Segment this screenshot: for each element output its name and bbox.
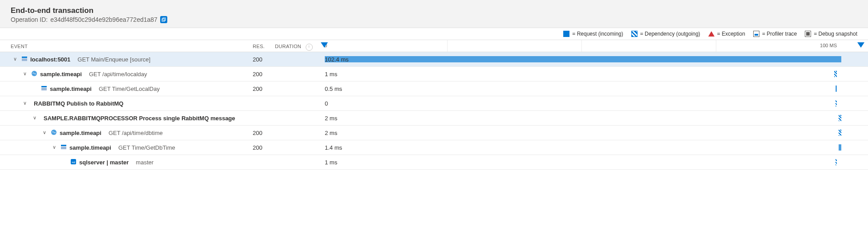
transaction-header: End-to-end transaction Operation ID: e34… bbox=[0, 0, 868, 28]
legend-exception: = Exception bbox=[708, 31, 745, 37]
tick-100ms: 100 MS bbox=[820, 43, 837, 48]
duration-bar bbox=[836, 86, 837, 92]
clock-icon[interactable] bbox=[306, 44, 313, 51]
snapshot-swatch-icon bbox=[805, 31, 811, 37]
event-cell[interactable]: ∨ sample.timeapiGET Time/GetDbTime bbox=[0, 140, 249, 155]
duration-text: 1.4 ms bbox=[325, 144, 342, 151]
duration-text: 2 ms bbox=[325, 115, 337, 122]
event-cell[interactable]: ∨ sample.timeapiGET /api/time/localday bbox=[0, 67, 249, 82]
trailing-cell bbox=[850, 67, 868, 82]
profiler-swatch-icon bbox=[753, 31, 759, 37]
operation-id-value: e34df48f50c29d4e92b96ea772ed1a87 bbox=[50, 16, 157, 23]
duration-label[interactable]: Duration bbox=[271, 40, 301, 52]
expand-toggle[interactable]: ∨ bbox=[13, 56, 19, 62]
event-name: SAMPLE.RABBITMQPROCESSOR Process single … bbox=[44, 115, 235, 122]
event-service: sample.timeapi bbox=[40, 71, 82, 78]
legend-snapshot: = Debug snapshot bbox=[805, 31, 857, 37]
column-header-duration: Duration 0 100 MS bbox=[271, 40, 850, 52]
svg-text:sql: sql bbox=[72, 161, 75, 163]
duration-bar bbox=[839, 130, 841, 136]
legend-exception-label: = Exception bbox=[717, 31, 745, 37]
request-icon bbox=[21, 56, 28, 63]
event-cell[interactable]: ∨ RABBITMQ Publish to RabbitMQ bbox=[0, 96, 249, 111]
timeline-cell: 0.5 ms bbox=[271, 82, 850, 96]
column-header-filter bbox=[850, 40, 868, 52]
expand-toggle[interactable]: ∨ bbox=[33, 115, 38, 121]
trailing-cell bbox=[850, 140, 868, 155]
res-cell: 200 bbox=[249, 82, 271, 96]
duration-text: 2 ms bbox=[325, 130, 337, 136]
request-icon bbox=[61, 144, 67, 151]
legend-profiler-label: = Profiler trace bbox=[762, 31, 797, 37]
trailing-cell bbox=[850, 82, 868, 96]
timeline-cell: 1 ms bbox=[271, 67, 850, 82]
legend-snapshot-label: = Debug snapshot bbox=[814, 31, 857, 37]
request-icon bbox=[41, 85, 47, 93]
res-cell: 200 bbox=[249, 52, 271, 67]
event-operation: GET Time/GetDbTime bbox=[118, 144, 175, 151]
duration-bar bbox=[834, 71, 837, 77]
operation-id-line: Operation ID: e34df48f50c29d4e92b96ea772… bbox=[11, 16, 857, 23]
dependency-icon bbox=[31, 70, 37, 78]
legend-request-label: = Request (incoming) bbox=[572, 31, 623, 37]
svg-rect-0 bbox=[162, 19, 165, 21]
request-swatch-icon bbox=[563, 31, 569, 37]
duration-text: 0 bbox=[325, 100, 328, 107]
event-service: sample.timeapi bbox=[69, 144, 111, 151]
timeline-cell: 2 ms bbox=[271, 111, 850, 126]
svg-rect-5 bbox=[41, 86, 47, 87]
duration-bar bbox=[325, 56, 841, 62]
expand-toggle[interactable]: ∨ bbox=[23, 100, 28, 106]
expand-toggle[interactable]: ∨ bbox=[43, 130, 48, 135]
legend-bar: = Request (incoming) = Dependency (outgo… bbox=[0, 28, 868, 40]
res-cell bbox=[249, 155, 271, 170]
event-name: RABBITMQ Publish to RabbitMQ bbox=[34, 100, 123, 107]
trailing-cell bbox=[850, 111, 868, 126]
duration-bar bbox=[836, 159, 837, 165]
duration-bar bbox=[839, 144, 841, 151]
event-cell[interactable]: ∨ sample.timeapiGET /api/time/dbtime bbox=[0, 126, 249, 140]
timeline-ruler: 0 100 MS bbox=[313, 40, 850, 52]
duration-bar bbox=[836, 100, 837, 106]
event-cell[interactable]: sample.timeapiGET Time/GetLocalDay bbox=[0, 82, 249, 96]
legend-dependency: = Dependency (outgoing) bbox=[631, 31, 700, 37]
svg-rect-8 bbox=[61, 145, 66, 146]
duration-text: 1 ms bbox=[325, 159, 337, 166]
legend-dependency-label: = Dependency (outgoing) bbox=[640, 31, 700, 37]
res-cell: 200 bbox=[249, 126, 271, 140]
svg-rect-6 bbox=[41, 88, 47, 90]
legend-profiler: = Profiler trace bbox=[753, 31, 797, 37]
event-cell[interactable]: sql sqlserver | mastermaster bbox=[0, 155, 249, 170]
svg-rect-3 bbox=[22, 58, 27, 61]
timeline-cell: 1.4 ms bbox=[271, 140, 850, 155]
column-header-event[interactable]: Event bbox=[0, 40, 249, 52]
legend-request: = Request (incoming) bbox=[563, 31, 623, 37]
res-cell: 200 bbox=[249, 140, 271, 155]
timeline-cell: 0 bbox=[271, 96, 850, 111]
event-cell[interactable]: ∨ SAMPLE.RABBITMQPROCESSOR Process singl… bbox=[0, 111, 249, 126]
copy-operation-id-icon[interactable] bbox=[160, 16, 167, 23]
duration-text: 102.4 ms bbox=[325, 56, 348, 63]
expand-toggle[interactable]: ∨ bbox=[23, 71, 28, 77]
event-service: localhost:5001 bbox=[30, 56, 70, 63]
timeline-cell: 102.4 ms bbox=[271, 52, 850, 67]
event-operation: GET /api/time/localday bbox=[89, 71, 147, 78]
expand-toggle[interactable]: ∨ bbox=[52, 144, 58, 150]
event-operation: GET Time/GetLocalDay bbox=[99, 86, 160, 92]
trailing-cell bbox=[850, 155, 868, 170]
trace-grid: Event Res. Duration 0 100 MS ∨ localhost… bbox=[0, 40, 868, 170]
sql-icon: sql bbox=[70, 159, 77, 166]
event-cell[interactable]: ∨ localhost:5001GET Main/Enqueue [source… bbox=[0, 52, 249, 67]
filter-icon[interactable] bbox=[857, 42, 864, 48]
timeline-start-marker-icon[interactable] bbox=[321, 42, 328, 48]
duration-bar bbox=[839, 115, 841, 121]
trailing-cell bbox=[850, 96, 868, 111]
res-cell bbox=[249, 96, 271, 111]
event-service: sample.timeapi bbox=[50, 86, 92, 92]
svg-rect-9 bbox=[61, 147, 66, 149]
event-operation: GET Main/Enqueue [source] bbox=[77, 56, 150, 63]
dependency-icon bbox=[51, 129, 57, 137]
exception-swatch-icon bbox=[708, 31, 715, 37]
column-header-res[interactable]: Res. bbox=[249, 40, 271, 52]
event-service: sample.timeapi bbox=[60, 130, 101, 136]
